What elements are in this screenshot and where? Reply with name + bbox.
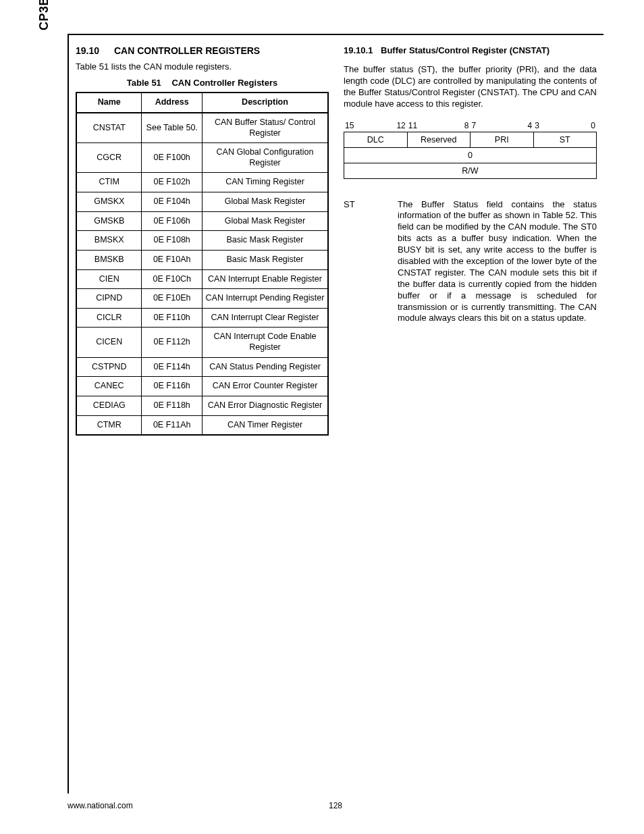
table-caption: Table 51 CAN Controller Registers [76, 78, 329, 88]
th-description: Description [202, 93, 328, 113]
cell-addr: 0E F102h [142, 173, 203, 192]
table-row: BMSKX0E F108hBasic Mask Register [76, 231, 328, 251]
table-row: CSTPND0E F114hCAN Status Pending Registe… [76, 357, 328, 377]
bitfield-table: DLC Reserved PRI ST 0 R/W [344, 132, 597, 179]
footer-page-number: 128 [329, 801, 342, 810]
cell-addr: 0E F114h [142, 357, 203, 377]
cell-addr: 0E F112h [142, 328, 203, 357]
cell-name: CTMR [76, 415, 142, 435]
cell-desc: CAN Timer Register [202, 415, 328, 435]
table-row: CICEN0E F112hCAN Interrupt Code Enable R… [76, 328, 328, 357]
table-row: CTIM0E F102hCAN Timing Register [76, 173, 328, 192]
bit-4: 4 [528, 121, 533, 130]
bit-0: 0 [591, 121, 595, 130]
table-row: CNSTATSee Table 50.CAN Buffer Status/ Co… [76, 113, 328, 143]
cell-name: CIPND [76, 289, 142, 309]
cell-addr: 0E F10Ah [142, 250, 203, 269]
table-row: CIEN0E F10ChCAN Interrupt Enable Registe… [76, 269, 328, 289]
bit-15: 15 [345, 121, 354, 130]
cell-addr: 0E F11Ah [142, 415, 203, 435]
cell-desc: CAN Timing Register [202, 173, 328, 192]
registers-table: Name Address Description CNSTATSee Table… [76, 92, 329, 436]
left-column: 19.10 CAN CONTROLLER REGISTERS Table 51 … [76, 45, 329, 436]
table-row: CTMR0E F11AhCAN Timer Register [76, 415, 328, 435]
cell-desc: CAN Error Counter Register [202, 377, 328, 396]
table-title: CAN Controller Registers [171, 78, 277, 88]
cell-desc: CAN Interrupt Pending Register [202, 289, 328, 309]
cell-name: CSTPND [76, 357, 142, 377]
table-row: CIPND0E F10EhCAN Interrupt Pending Regis… [76, 289, 328, 309]
right-column: 19.10.1 Buffer Status/Control Register (… [344, 45, 597, 436]
cell-desc: CAN Error Diagnostic Register [202, 396, 328, 415]
cell-name: CICEN [76, 328, 142, 357]
cell-name: GMSKX [76, 192, 142, 212]
bit-7: 7 [472, 121, 477, 130]
section-heading: 19.10 CAN CONTROLLER REGISTERS [76, 45, 329, 56]
cell-desc: CAN Interrupt Code Enable Register [202, 328, 328, 357]
cell-name: CNSTAT [76, 113, 142, 143]
bit-8: 8 [464, 121, 469, 130]
th-name: Name [76, 93, 142, 113]
cell-addr: 0E F106h [142, 211, 203, 231]
table-row: CEDIAG0E F118hCAN Error Diagnostic Regis… [76, 396, 328, 415]
subsection-heading: 19.10.1 Buffer Status/Control Register (… [344, 45, 597, 55]
cell-desc: Global Mask Register [202, 192, 328, 212]
subsection-number: 19.10.1 [344, 45, 373, 55]
cell-name: BMSKX [76, 231, 142, 251]
cell-name: CICLR [76, 308, 142, 328]
cell-desc: Global Mask Register [202, 211, 328, 231]
cell-desc: Basic Mask Register [202, 231, 328, 251]
cell-addr: 0E F116h [142, 377, 203, 396]
bit-index-row: 1512 118 74 30 [344, 121, 597, 130]
cell-addr: 0E F118h [142, 396, 203, 415]
cell-name: CIEN [76, 269, 142, 289]
section-number: 19.10 [76, 45, 99, 56]
bitfield-access: R/W [344, 163, 597, 178]
bitfield-st: ST [533, 132, 597, 147]
table-row: BMSKB0E F10AhBasic Mask Register [76, 250, 328, 269]
cell-desc: CAN Status Pending Register [202, 357, 328, 377]
bitfield-pri: PRI [471, 132, 534, 147]
cell-desc: CAN Interrupt Enable Register [202, 269, 328, 289]
cell-addr: 0E F104h [142, 192, 203, 212]
table-row: GMSKB0E F106hGlobal Mask Register [76, 211, 328, 231]
cell-name: BMSKB [76, 250, 142, 269]
cell-name: CTIM [76, 173, 142, 192]
footer-url: www.national.com [68, 801, 133, 810]
bit-11: 11 [408, 121, 417, 130]
page-frame: 19.10 CAN CONTROLLER REGISTERS Table 51 … [68, 34, 603, 793]
subsection-paragraph: The buffer status (ST), the buffer prior… [344, 64, 597, 110]
lead-paragraph: Table 51 lists the CAN module registers. [76, 61, 329, 72]
bitfield-reserved: Reserved [407, 132, 471, 147]
cell-desc: CAN Global Configuration Register [202, 143, 328, 173]
cell-name: CEDIAG [76, 396, 142, 415]
cell-name: CANEC [76, 377, 142, 396]
field-description: ST The Buffer Status field contains the … [344, 199, 597, 325]
bit-3: 3 [535, 121, 539, 130]
table-row: CGCR0E F100hCAN Global Configuration Reg… [76, 143, 328, 173]
cell-addr: 0E F110h [142, 308, 203, 328]
table-number: Table 51 [127, 78, 161, 88]
cell-addr: See Table 50. [142, 113, 203, 143]
table-row: GMSKX0E F104hGlobal Mask Register [76, 192, 328, 212]
bit-12: 12 [396, 121, 405, 130]
bitfield-reset: 0 [344, 147, 597, 163]
field-text: The Buffer Status field contains the sta… [398, 199, 597, 325]
side-label: CP3BT26 [37, 0, 51, 30]
page-footer: www.national.com 128 [68, 801, 603, 810]
cell-addr: 0E F10Eh [142, 289, 203, 309]
table-row: CANEC0E F116hCAN Error Counter Register [76, 377, 328, 396]
cell-addr: 0E F100h [142, 143, 203, 173]
bitfield-dlc: DLC [344, 132, 408, 147]
cell-desc: CAN Buffer Status/ Control Register [202, 113, 328, 143]
field-name: ST [344, 199, 391, 325]
section-title: CAN CONTROLLER REGISTERS [114, 45, 260, 56]
table-row: CICLR0E F110hCAN Interrupt Clear Registe… [76, 308, 328, 328]
cell-name: CGCR [76, 143, 142, 173]
cell-addr: 0E F108h [142, 231, 203, 251]
subsection-title: Buffer Status/Control Register (CNSTAT) [381, 45, 549, 55]
cell-desc: CAN Interrupt Clear Register [202, 308, 328, 328]
cell-addr: 0E F10Ch [142, 269, 203, 289]
cell-name: GMSKB [76, 211, 142, 231]
cell-desc: Basic Mask Register [202, 250, 328, 269]
